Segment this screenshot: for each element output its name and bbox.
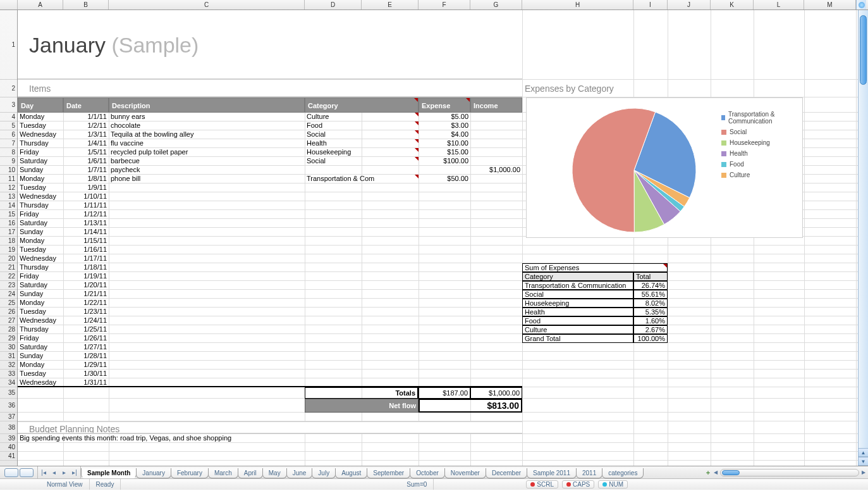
cell-date[interactable]: 1/8/11 (63, 175, 109, 184)
cell-day[interactable]: Wednesday (18, 130, 63, 139)
cell-date[interactable]: 1/21/11 (63, 290, 109, 299)
cell-day[interactable]: Monday (18, 361, 63, 370)
cell-day[interactable]: Tuesday (18, 121, 63, 130)
column-header-E[interactable]: E (362, 0, 419, 9)
pivot-cat-1[interactable]: Social (522, 290, 633, 299)
tab-last-icon[interactable]: ▸| (72, 469, 77, 476)
row-header-6[interactable]: 6 (0, 130, 17, 139)
hscroll-right-icon[interactable]: ▶ (862, 470, 865, 475)
row-header-5[interactable]: 5 (0, 121, 17, 130)
cell-day[interactable]: Thursday (18, 325, 63, 334)
column-header-M[interactable]: M (804, 0, 856, 9)
column-header-C[interactable]: C (109, 0, 305, 9)
cell-date[interactable]: 1/10/11 (63, 192, 109, 201)
select-all-corner[interactable] (0, 0, 18, 9)
pivot-val-3[interactable]: 5.35% (633, 308, 668, 316)
cell-day[interactable]: Friday (18, 334, 63, 343)
cell-exp[interactable]: $3.00 (419, 121, 470, 130)
sheet-tab-2011[interactable]: 2011 (576, 468, 602, 478)
sheet-tab-sample-month[interactable]: Sample Month (81, 468, 137, 478)
cell-exp[interactable]: $10.00 (419, 139, 470, 148)
cell-date[interactable]: 1/4/11 (63, 139, 109, 148)
pivot-grand-label[interactable]: Grand Total (522, 334, 633, 343)
pivot-cat-3[interactable]: Health (522, 308, 633, 316)
cell-date[interactable]: 1/25/11 (63, 325, 109, 334)
sheet-tab-september[interactable]: September (367, 468, 410, 478)
tab-first-icon[interactable]: |◂ (41, 469, 46, 476)
scroll-up-arrow-icon[interactable]: ▲ (859, 448, 868, 457)
row-header-16[interactable]: 16 (0, 219, 17, 228)
row-header-39[interactable]: 39 (0, 434, 17, 443)
row-header-14[interactable]: 14 (0, 201, 17, 210)
cell-cat[interactable]: Social (305, 130, 419, 139)
cell-date[interactable]: 1/5/11 (63, 148, 109, 157)
cell-day[interactable]: Wednesday (18, 254, 63, 263)
row-header-23[interactable]: 23 (0, 281, 17, 290)
cell-day[interactable]: Wednesday (18, 316, 63, 325)
cell-exp[interactable]: $5.00 (419, 113, 470, 121)
pivot-val-5[interactable]: 2.67% (633, 325, 668, 334)
cell-date[interactable]: 1/14/11 (63, 228, 109, 237)
cell-day[interactable]: Tuesday (18, 370, 63, 378)
cell-desc[interactable]: barbecue (109, 157, 305, 166)
cell-day[interactable]: Sunday (18, 228, 63, 237)
cell-day[interactable]: Tuesday (18, 308, 63, 316)
cell-date[interactable]: 1/26/11 (63, 334, 109, 343)
row-header-29[interactable]: 29 (0, 334, 17, 343)
hscroll-left-icon[interactable]: ◀ (714, 470, 718, 475)
cell-date[interactable]: 1/2/11 (63, 121, 109, 130)
tab-next-icon[interactable]: ▸ (63, 469, 66, 476)
pivot-cat-4[interactable]: Food (522, 316, 633, 325)
pivot-cat-2[interactable]: Housekeeping (522, 299, 633, 308)
cell-cat[interactable]: Food (305, 121, 419, 130)
cell-day[interactable]: Thursday (18, 139, 63, 148)
cell-day[interactable]: Saturday (18, 343, 63, 352)
sheet-tab-february[interactable]: February (171, 468, 209, 478)
row-header-28[interactable]: 28 (0, 325, 17, 334)
sheet-tab-march[interactable]: March (208, 468, 238, 478)
cell-day[interactable]: Monday (18, 113, 63, 121)
row-header-26[interactable]: 26 (0, 308, 17, 316)
sheet-tab-july[interactable]: July (312, 468, 336, 478)
th-date[interactable]: Date (63, 97, 109, 113)
sheet-tab-january[interactable]: January (136, 468, 171, 478)
cell-day[interactable]: Monday (18, 237, 63, 246)
cell-day[interactable]: Thursday (18, 201, 63, 210)
cell-desc[interactable]: chocolate (109, 121, 305, 130)
cell-date[interactable]: 1/22/11 (63, 299, 109, 308)
cell-desc[interactable]: paycheck (109, 166, 305, 175)
row-header-1[interactable]: 1 (0, 10, 17, 80)
cell-date[interactable]: 1/7/11 (63, 166, 109, 175)
add-sheet-icon[interactable]: ＋ (705, 468, 711, 477)
column-header-G[interactable]: G (470, 0, 522, 9)
row-header-27[interactable]: 27 (0, 316, 17, 325)
row-header-8[interactable]: 8 (0, 148, 17, 157)
cell-date[interactable]: 1/19/11 (63, 272, 109, 281)
row-header-15[interactable]: 15 (0, 210, 17, 219)
sheet-tab-december[interactable]: December (486, 468, 527, 478)
cell-cat[interactable]: Health (305, 139, 419, 148)
sheet-tab-november[interactable]: November (444, 468, 486, 478)
pivot-val-0[interactable]: 26.74% (633, 281, 668, 290)
pivot-cat-0[interactable]: Transportation & Communication (522, 281, 633, 290)
cell-date[interactable]: 1/20/11 (63, 281, 109, 290)
row-header-34[interactable]: 34 (0, 378, 17, 387)
cell-date[interactable]: 1/12/11 (63, 210, 109, 219)
row-header-20[interactable]: 20 (0, 254, 17, 263)
sheet-tab-sample-2011[interactable]: Sample 2011 (527, 468, 577, 478)
cell-exp[interactable]: $4.00 (419, 130, 470, 139)
pivot-grand-value[interactable]: 100.00% (633, 334, 668, 343)
row-header-2[interactable]: 2 (0, 80, 17, 97)
split-handle[interactable] (856, 0, 866, 9)
pivot-title[interactable]: Sum of Expenses (522, 263, 668, 272)
cell-day[interactable]: Monday (18, 175, 63, 184)
row-header-13[interactable]: 13 (0, 192, 17, 201)
sheet-tab-categories[interactable]: categories (602, 468, 644, 478)
cell-cat[interactable]: Social (305, 157, 419, 166)
row-header-9[interactable]: 9 (0, 157, 17, 166)
cell-date[interactable]: 1/15/11 (63, 237, 109, 246)
cell-exp[interactable]: $50.00 (419, 175, 470, 184)
cell-date[interactable]: 1/24/11 (63, 316, 109, 325)
pivot-cat-5[interactable]: Culture (522, 325, 633, 334)
hscroll-thumb[interactable] (722, 470, 740, 475)
